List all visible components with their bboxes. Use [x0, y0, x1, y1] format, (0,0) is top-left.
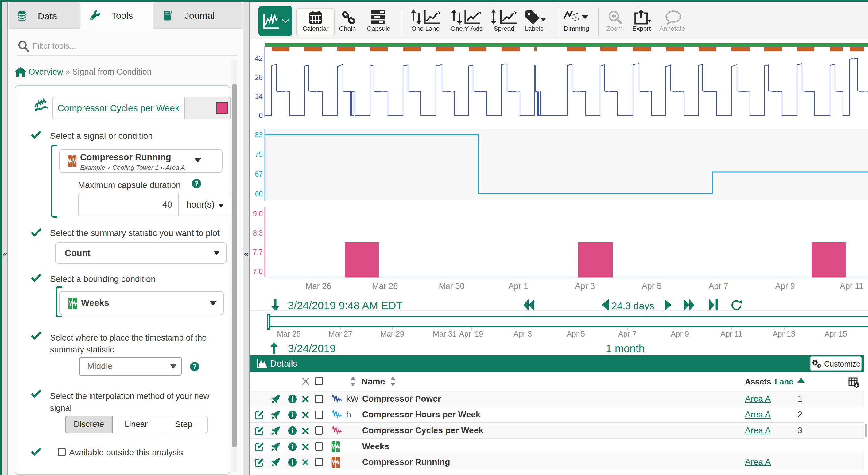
svg-text:Apr 3: Apr 3 [575, 281, 595, 291]
svg-text:83: 83 [255, 131, 263, 139]
svg-text:Apr 11: Apr 11 [840, 281, 864, 291]
svg-text:7.0: 7.0 [253, 267, 263, 275]
svg-text:Mar 30: Mar 30 [439, 281, 464, 291]
svg-text:7.7: 7.7 [253, 248, 263, 256]
svg-text:Mar 28: Mar 28 [372, 281, 398, 291]
svg-text:67: 67 [255, 170, 263, 178]
svg-text:Apr 1: Apr 1 [508, 281, 528, 291]
svg-text:Apr 7: Apr 7 [708, 281, 728, 291]
svg-text:0: 0 [259, 112, 263, 119]
svg-text:60: 60 [255, 190, 263, 198]
svg-text:42: 42 [255, 54, 263, 62]
svg-text:Mar 26: Mar 26 [305, 281, 331, 291]
svg-text:28: 28 [255, 73, 263, 81]
svg-text:14: 14 [255, 92, 263, 100]
svg-text:9.0: 9.0 [253, 210, 263, 218]
svg-text:8.3: 8.3 [253, 229, 263, 237]
svg-text:Apr 9: Apr 9 [775, 281, 795, 291]
svg-text:75: 75 [255, 150, 263, 158]
svg-text:Apr 5: Apr 5 [642, 281, 662, 291]
